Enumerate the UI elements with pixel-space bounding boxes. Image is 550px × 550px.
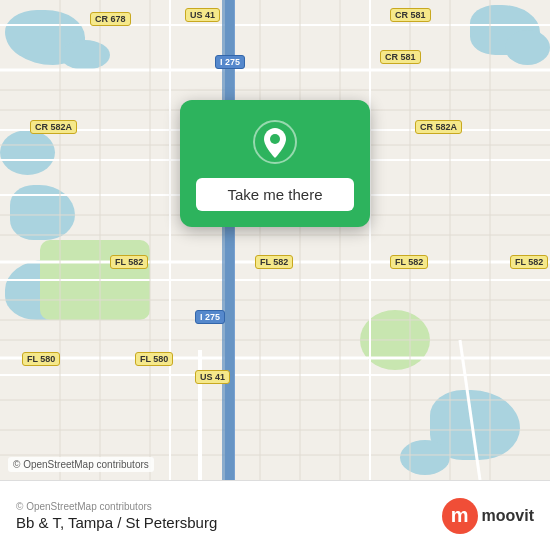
road-label-fl582-left: FL 582	[110, 255, 148, 269]
road-label-cr678: CR 678	[90, 12, 131, 26]
attribution-text: © OpenStreetMap contributors	[16, 501, 217, 512]
road-label-fl582-mid: FL 582	[255, 255, 293, 269]
location-title: Bb & T, Tampa / St Petersburg	[16, 514, 217, 531]
road-label-fl580-mid: FL 580	[135, 352, 173, 366]
road-label-fl580-left: FL 580	[22, 352, 60, 366]
bottom-bar: © OpenStreetMap contributors Bb & T, Tam…	[0, 480, 550, 550]
moovit-logo[interactable]: m moovit	[442, 498, 534, 534]
location-card: Take me there	[180, 100, 370, 227]
road-label-fl582-right: FL 582	[390, 255, 428, 269]
road-grid	[0, 0, 550, 480]
svg-line-34	[460, 340, 480, 480]
road-label-us41-top: US 41	[185, 8, 220, 22]
svg-point-37	[270, 134, 280, 144]
road-label-cr582a-right: CR 582A	[415, 120, 462, 134]
road-label-us41-bottom: US 41	[195, 370, 230, 384]
road-label-cr581-right: CR 581	[380, 50, 421, 64]
road-label-i275-top: I 275	[215, 55, 245, 69]
road-label-cr581-top: CR 581	[390, 8, 431, 22]
location-pin-icon	[253, 120, 297, 164]
moovit-text: moovit	[482, 507, 534, 525]
road-label-cr582a-left: CR 582A	[30, 120, 77, 134]
take-me-there-button[interactable]: Take me there	[196, 178, 354, 211]
map-attribution: © OpenStreetMap contributors	[8, 457, 154, 472]
road-label-fl582-far: FL 582	[510, 255, 548, 269]
map-view[interactable]: CR 678US 41CR 581CR 581I 275CR 582ACR 58…	[0, 0, 550, 480]
moovit-icon: m	[442, 498, 478, 534]
road-label-i275-mid: I 275	[195, 310, 225, 324]
bottom-info: © OpenStreetMap contributors Bb & T, Tam…	[16, 501, 217, 531]
